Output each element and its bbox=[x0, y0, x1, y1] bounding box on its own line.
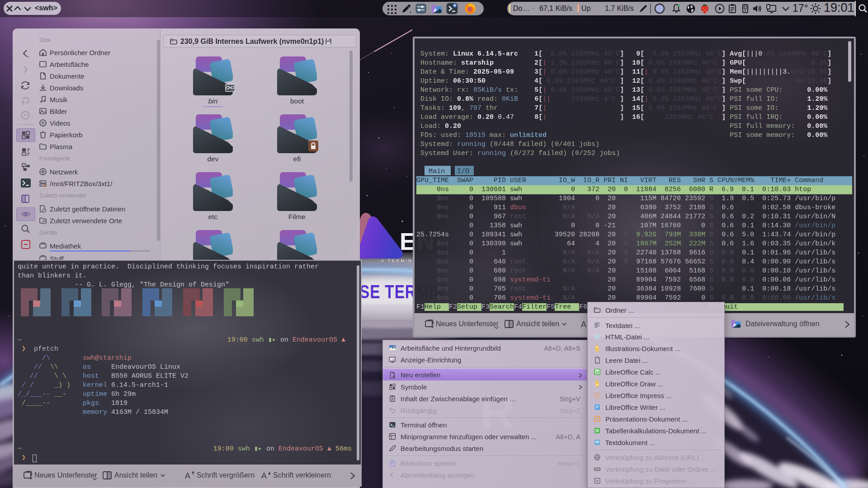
svg-text:A: A bbox=[581, 320, 586, 328]
svg-text:A TERMIN: A TERMIN bbox=[381, 258, 413, 263]
svg-text:A: A bbox=[261, 471, 267, 480]
svg-text:A: A bbox=[185, 471, 190, 480]
